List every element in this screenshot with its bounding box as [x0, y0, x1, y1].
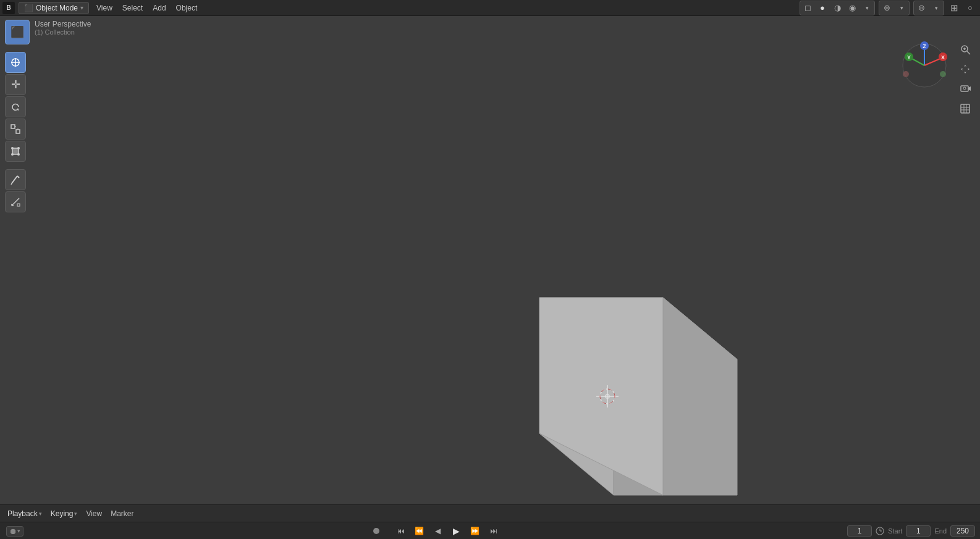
end-frame-input[interactable]	[950, 525, 975, 537]
svg-point-65	[903, 71, 909, 77]
viewport-mode-btn[interactable]: ⬛	[5, 20, 30, 44]
svg-line-50	[11, 183, 12, 185]
annotate-tool-btn[interactable]	[5, 169, 26, 190]
keying-chevron: ▾	[74, 511, 77, 517]
right-toolbar	[957, 41, 974, 117]
engine-chevron: ▾	[17, 528, 20, 534]
svg-point-73	[963, 87, 966, 90]
viewport-title: User Perspective	[35, 20, 91, 28]
proportional-btn[interactable]: ○	[963, 1, 978, 15]
rendered-btn[interactable]: ◉	[845, 1, 860, 15]
timeline-bar: Playback ▾ Keying ▾ View Marker	[0, 505, 980, 522]
camera-view-btn[interactable]	[957, 80, 974, 98]
current-frame-input[interactable]	[847, 525, 872, 537]
svg-point-46	[11, 153, 14, 156]
bottom-bar: Playback ▾ Keying ▾ View Marker ⏺ ▾ ⏮ ⏪ …	[0, 504, 980, 539]
svg-point-47	[17, 153, 20, 156]
menu-object[interactable]: Object	[171, 2, 203, 14]
play-forward-btn[interactable]: ▶	[450, 524, 463, 538]
record-indicator	[373, 528, 379, 534]
jump-end-btn[interactable]: ⏭	[487, 524, 501, 538]
app-logo: B	[2, 2, 15, 14]
playback-chevron: ▾	[39, 511, 42, 517]
mode-chevron: ▾	[80, 4, 83, 11]
step-back-btn[interactable]: ⏪	[413, 524, 426, 538]
view-grid-btn[interactable]	[957, 100, 974, 117]
mode-icon: ⬛	[24, 4, 33, 12]
viewport-3d[interactable]: User Perspective (1) Collection ⬛ ✛	[0, 16, 980, 504]
svg-text:X: X	[941, 54, 945, 61]
overlay-chevron[interactable]: ▾	[894, 1, 909, 15]
start-label: Start	[888, 527, 902, 535]
cursor-tool-btn[interactable]	[5, 52, 26, 73]
svg-rect-74	[961, 104, 969, 113]
step-forward-btn[interactable]: ⏩	[468, 524, 482, 538]
header-right-controls: ◻ ● ◑ ◉ ▾ ⊕ ▾ ⊚ ▾ ⊞ ○	[798, 1, 978, 15]
svg-point-44	[11, 147, 14, 149]
svg-marker-38	[17, 108, 19, 111]
clock-icon-group	[876, 527, 884, 535]
engine-icon: ⏺	[9, 527, 17, 536]
axis-gizmo[interactable]: Z X Y	[900, 41, 949, 90]
svg-point-45	[17, 147, 20, 149]
start-frame-input[interactable]	[906, 525, 931, 537]
engine-selector[interactable]: ⏺ ▾	[6, 526, 23, 537]
svg-rect-40	[16, 130, 20, 133]
svg-line-51	[12, 198, 19, 206]
transform-tool-btn[interactable]	[5, 141, 26, 162]
mode-selector[interactable]: ⬛ Object Mode ▾	[19, 2, 89, 14]
gizmo-group: ⊚ ▾	[913, 1, 944, 15]
svg-rect-43	[12, 148, 19, 154]
viewport-subtitle: (1) Collection	[35, 28, 91, 36]
measure-tool-btn[interactable]	[5, 191, 26, 212]
viewport-info: User Perspective (1) Collection	[35, 20, 91, 36]
svg-line-48	[12, 176, 17, 183]
frame-info: Start End	[847, 525, 975, 537]
view-menu[interactable]: View	[83, 508, 104, 519]
keying-menu[interactable]: Keying ▾	[48, 508, 80, 519]
overlay-group: ⊕ ▾	[879, 1, 910, 15]
toolbar-separator-1	[5, 163, 26, 168]
scale-tool-btn[interactable]	[5, 119, 26, 140]
rotate-tool-btn[interactable]	[5, 96, 26, 117]
overlay-btn[interactable]: ⊕	[879, 1, 894, 15]
wireframe-btn[interactable]: ◻	[800, 1, 815, 15]
gizmo-btn[interactable]: ⊚	[914, 1, 929, 15]
svg-text:Y: Y	[907, 54, 911, 61]
end-label: End	[934, 527, 947, 535]
playback-controls-bar: ⏺ ▾ ⏮ ⏪ ◀ ▶ ⏩ ⏭ Start End	[0, 522, 980, 539]
shading-chevron[interactable]: ▾	[860, 1, 874, 15]
viewport-shading-group: ◻ ● ◑ ◉ ▾	[800, 1, 875, 15]
mode-label: Object Mode	[36, 4, 78, 12]
svg-point-66	[940, 71, 946, 77]
svg-rect-54	[17, 204, 20, 206]
svg-line-68	[967, 51, 970, 54]
svg-line-49	[17, 176, 19, 178]
top-menubar: B ⬛ Object Mode ▾ View Select Add Object…	[0, 0, 980, 16]
menu-view[interactable]: View	[91, 2, 117, 14]
svg-rect-39	[11, 125, 15, 128]
svg-text:Z: Z	[923, 43, 926, 49]
clock-icon	[876, 527, 884, 535]
gizmo-chevron[interactable]: ▾	[929, 1, 944, 15]
menu-add[interactable]: Add	[148, 2, 171, 14]
move-tool-btn[interactable]: ✛	[5, 74, 26, 95]
pan-btn[interactable]	[957, 61, 974, 78]
keying-label: Keying	[51, 509, 74, 518]
playback-label: Playback	[7, 509, 38, 518]
marker-menu[interactable]: Marker	[108, 508, 136, 519]
material-btn[interactable]: ◑	[830, 1, 845, 15]
menu-select[interactable]: Select	[117, 2, 148, 14]
jump-start-btn[interactable]: ⏮	[394, 524, 408, 538]
solid-btn[interactable]: ●	[815, 1, 830, 15]
svg-rect-71	[961, 86, 968, 91]
left-toolbar: ✛	[5, 52, 26, 212]
playback-menu[interactable]: Playback ▾	[5, 508, 44, 519]
snap-btn[interactable]: ⊞	[947, 1, 961, 15]
zoom-in-btn[interactable]	[957, 41, 974, 58]
play-back-btn[interactable]: ◀	[431, 524, 445, 538]
